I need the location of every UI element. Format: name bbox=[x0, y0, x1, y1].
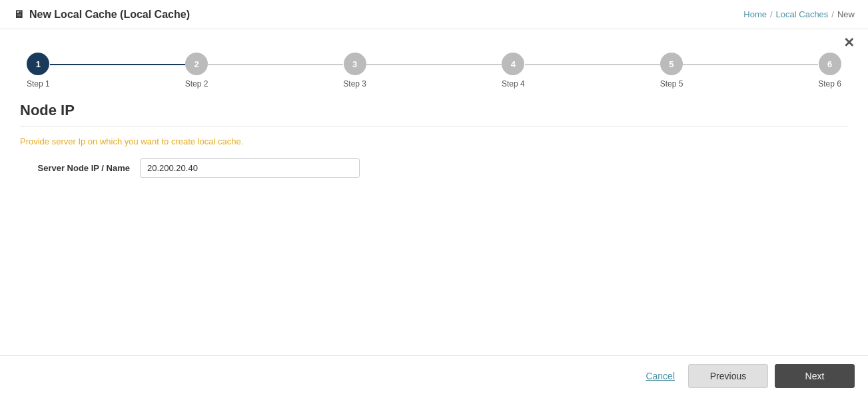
breadcrumb-local-caches[interactable]: Local Caches bbox=[776, 9, 829, 19]
page-title: 🖥 New Local Cache (Local Cache) bbox=[13, 9, 190, 21]
step-label-3: Step 3 bbox=[343, 79, 366, 89]
step-2: 2 Step 2 bbox=[185, 53, 209, 89]
breadcrumb-sep1: / bbox=[770, 9, 773, 19]
title-text: New Local Cache (Local Cache) bbox=[29, 9, 190, 21]
breadcrumb-home[interactable]: Home bbox=[743, 9, 767, 19]
previous-button[interactable]: Previous bbox=[688, 364, 768, 388]
step-circle-2: 2 bbox=[185, 53, 208, 75]
step-line-3-4 bbox=[366, 64, 502, 65]
step-line-5-6 bbox=[683, 64, 818, 65]
monitor-icon: 🖥 bbox=[13, 9, 24, 21]
step-1: 1 Step 1 bbox=[27, 53, 50, 89]
step-circle-4: 4 bbox=[502, 53, 524, 75]
breadcrumb-sep2: / bbox=[831, 9, 834, 19]
instruction-text: Provide server Ip on which you want to c… bbox=[20, 136, 848, 146]
step-line-4-5 bbox=[525, 64, 660, 65]
step-6: 6 Step 6 bbox=[818, 53, 841, 89]
step-circle-6: 6 bbox=[819, 53, 841, 75]
server-node-input[interactable] bbox=[140, 158, 360, 178]
step-label-6: Step 6 bbox=[818, 79, 841, 89]
stepper: 1 Step 1 2 Step 2 3 Step 3 4 Step 4 bbox=[27, 53, 841, 89]
footer: Cancel Previous Next bbox=[0, 355, 868, 396]
section-title: Node IP bbox=[20, 102, 848, 126]
step-label-5: Step 5 bbox=[660, 79, 683, 89]
top-header: 🖥 New Local Cache (Local Cache) Home / L… bbox=[0, 0, 868, 29]
step-4: 4 Step 4 bbox=[502, 53, 525, 89]
breadcrumb-current: New bbox=[837, 9, 855, 19]
form-row: Server Node IP / Name bbox=[20, 158, 848, 178]
step-3: 3 Step 3 bbox=[343, 53, 366, 89]
breadcrumb: Home / Local Caches / New bbox=[743, 9, 855, 19]
step-line-2-3 bbox=[208, 64, 343, 65]
step-circle-5: 5 bbox=[660, 53, 683, 75]
step-label-1: Step 1 bbox=[27, 79, 50, 89]
next-button[interactable]: Next bbox=[775, 364, 855, 388]
main-content: ✕ 1 Step 1 2 Step 2 3 Step 3 bbox=[0, 29, 868, 355]
cancel-button[interactable]: Cancel bbox=[639, 371, 681, 381]
step-circle-1: 1 bbox=[27, 53, 49, 75]
step-line-1-2 bbox=[50, 64, 185, 65]
step-circle-3: 3 bbox=[344, 53, 366, 75]
step-label-2: Step 2 bbox=[185, 79, 209, 89]
step-label-4: Step 4 bbox=[502, 79, 525, 89]
step-5: 5 Step 5 bbox=[660, 53, 683, 89]
close-button[interactable]: ✕ bbox=[843, 36, 855, 49]
server-node-label: Server Node IP / Name bbox=[20, 163, 140, 173]
